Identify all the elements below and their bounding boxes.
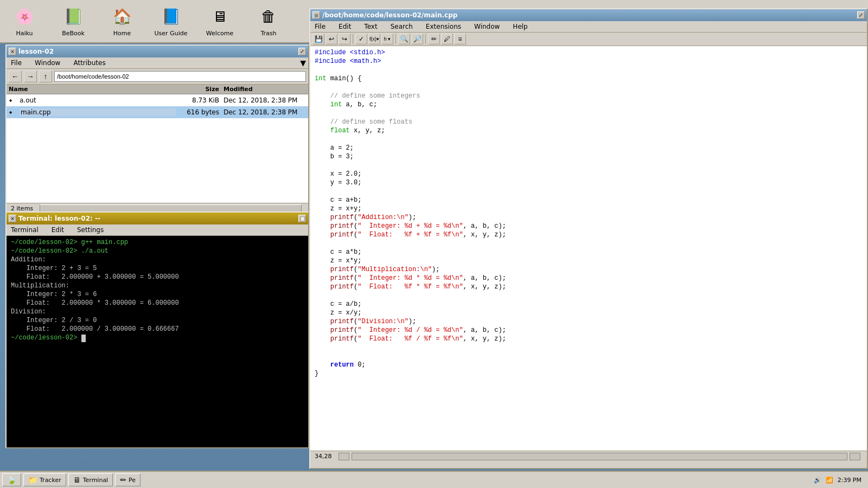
zoom-button[interactable]: ⤢ xyxy=(298,48,306,55)
code-editor-window: ◼ /boot/home/code/lesson-02/main.cpp ⤢ F… xyxy=(309,8,868,469)
terminal-title: Terminal: lesson-02: -- xyxy=(18,215,100,222)
code-line-17: c = a+b; xyxy=(315,196,863,204)
desktop-icon-trash[interactable]: 🗑 Trash xyxy=(250,6,288,37)
toolbar-h[interactable]: h ▾ xyxy=(381,34,393,44)
tracker-icon: 📁 xyxy=(28,476,37,484)
editor-position: 34,28 xyxy=(315,453,332,460)
code-line-37: } xyxy=(315,369,863,378)
file-row-maincpp[interactable]: ⬥ main.cpp 616 bytes Dec 12, 2018, 2:38 … xyxy=(7,106,308,118)
terminal-line-0: ~/code/lesson-02> g++ main.cpp xyxy=(11,238,304,247)
code-line-22 xyxy=(315,239,863,248)
code-line-19: printf("Addition:\n"); xyxy=(315,213,863,222)
terminal-line-10: Float: 2.000000 / 3.000000 = 0.666667 xyxy=(11,325,304,333)
taskbar-leaf[interactable]: 🍃 xyxy=(2,473,21,486)
tracker-label: Tracker xyxy=(40,477,61,484)
taskbar-terminal[interactable]: 🖥 Terminal xyxy=(68,473,113,486)
toolbar-searchmore[interactable]: 🔎 xyxy=(411,34,423,44)
code-line-28 xyxy=(315,291,863,300)
close-button[interactable]: × xyxy=(9,48,16,55)
toolbar-func[interactable]: f(x)▾ xyxy=(368,34,380,44)
menu-editor-window[interactable]: Window xyxy=(472,22,502,31)
toolbar-edit2[interactable]: 🖊 xyxy=(441,34,453,44)
desktop-icon-bebook[interactable]: 📗 BeBook xyxy=(54,6,92,37)
menu-edit[interactable]: Edit xyxy=(49,226,66,234)
code-line-11: a = 2; xyxy=(315,144,863,152)
column-modified[interactable]: Modified xyxy=(219,86,306,93)
code-line-31: printf("Division:\n"); xyxy=(315,317,863,326)
file-count: 2 items xyxy=(11,205,33,212)
code-line-27: printf(" Float: %f * %f = %f\n", x, y, z… xyxy=(315,282,863,291)
terminal-close-button[interactable]: × xyxy=(9,215,16,222)
code-line-24: z = x*y; xyxy=(315,256,863,265)
pe-icon: ✏ xyxy=(120,476,126,484)
menu-editor-extensions[interactable]: Extensions xyxy=(424,22,463,31)
code-line-13 xyxy=(315,161,863,170)
path-input[interactable]: /boot/home/code/lesson-02 xyxy=(54,71,306,82)
code-line-34 xyxy=(315,343,863,352)
file-row-aout[interactable]: ⬥ a.out 8.73 KiB Dec 12, 2018, 2:38 PM xyxy=(7,94,308,106)
column-size[interactable]: Size xyxy=(176,86,219,93)
up-button[interactable]: ↑ xyxy=(39,70,52,82)
menu-attributes[interactable]: Attributes xyxy=(71,59,107,67)
menu-editor-search[interactable]: Search xyxy=(388,22,415,31)
code-line-8: // define some floats xyxy=(315,118,863,126)
code-line-12: b = 3; xyxy=(315,152,863,161)
toolbar-edit1[interactable]: ✏ xyxy=(428,34,440,44)
terminal-cursor xyxy=(81,335,86,342)
file-manager-toolbar: ← → ↑ /boot/home/code/lesson-02 xyxy=(7,69,308,85)
desktop-icon-home[interactable]: 🏠 Home xyxy=(103,6,141,37)
menu-file[interactable]: File xyxy=(9,59,24,67)
toolbar-new[interactable]: 💾 xyxy=(312,34,324,44)
toolbar-check[interactable]: ✓ xyxy=(355,34,367,44)
code-line-25: printf("Multiplication:\n"); xyxy=(315,265,863,274)
code-line-30: z = x/y; xyxy=(315,309,863,317)
toolbar-save[interactable]: ↪ xyxy=(339,34,350,44)
forward-button[interactable]: → xyxy=(24,70,37,82)
code-line-21: printf(" Float: %f + %f = %f\n", x, y, z… xyxy=(315,230,863,239)
taskbar-tracker[interactable]: 📁 Tracker xyxy=(23,473,66,486)
toolbar-search[interactable]: 🔍 xyxy=(398,34,410,44)
file-list: ⬥ a.out 8.73 KiB Dec 12, 2018, 2:38 PM ⬥… xyxy=(7,94,308,203)
file-list-header: Name Size Modified xyxy=(7,85,308,94)
column-name[interactable]: Name xyxy=(9,86,176,93)
terminal-content[interactable]: ~/code/lesson-02> g++ main.cpp ~/code/le… xyxy=(7,236,308,447)
file-name-aout: a.out xyxy=(20,97,176,104)
code-line-1: #include <math.h> xyxy=(315,57,863,66)
menu-editor-help[interactable]: Help xyxy=(510,22,529,31)
desktop: 🌸 Haiku 📗 BeBook 🏠 Home 📘 User Guide 🖥 W… xyxy=(0,0,868,488)
code-line-35 xyxy=(315,352,863,361)
terminal-line-8: Division: xyxy=(11,307,304,316)
menu-editor-edit[interactable]: Edit xyxy=(336,22,353,31)
file-manager-menubar: File Window Attributes ▼ xyxy=(7,57,308,69)
menu-settings[interactable]: Settings xyxy=(75,226,106,234)
menu-editor-text[interactable]: Text xyxy=(362,22,379,31)
taskbar-bottom: 🍃 📁 Tracker 🖥 Terminal ✏ Pe 🔊 📶 2:39 PM xyxy=(0,471,868,488)
tray-icon-2: 📶 xyxy=(826,477,833,484)
toolbar-align[interactable]: ≡ xyxy=(454,34,466,44)
code-line-29: c = a/b; xyxy=(315,300,863,309)
pe-label: Pe xyxy=(129,477,136,484)
desktop-icon-haiku[interactable]: 🌸 Haiku xyxy=(5,6,43,37)
code-area[interactable]: #include <stdio.h> #include <math.h> int… xyxy=(310,46,867,451)
toolbar-sep-3 xyxy=(425,34,426,44)
code-line-15: y = 3.0; xyxy=(315,178,863,187)
menu-terminal[interactable]: Terminal xyxy=(9,226,41,234)
code-line-23: c = a*b; xyxy=(315,248,863,256)
leaf-icon: 🍃 xyxy=(7,476,16,484)
terminal-line-6: Integer: 2 * 3 = 6 xyxy=(11,290,304,299)
editor-statusbar: 34,28 xyxy=(310,451,867,461)
taskbar-pe[interactable]: ✏ Pe xyxy=(115,473,141,486)
terminal-zoom-button[interactable]: 📋 xyxy=(298,215,306,222)
editor-close-button[interactable]: ◼ xyxy=(312,11,320,19)
haiku-label: Haiku xyxy=(16,30,33,37)
terminal-line-4: Float: 2.000000 + 3.000000 = 5.000000 xyxy=(11,273,304,281)
back-button[interactable]: ← xyxy=(9,70,22,82)
toolbar-open[interactable]: ↩ xyxy=(326,34,337,44)
editor-zoom-button[interactable]: ⤢ xyxy=(857,11,865,19)
menu-window[interactable]: Window xyxy=(33,59,62,67)
desktop-icon-welcome[interactable]: 🖥 Welcome xyxy=(201,6,239,37)
menu-editor-file[interactable]: File xyxy=(312,22,328,31)
desktop-icon-userguide[interactable]: 📘 User Guide xyxy=(152,6,190,37)
terminal-titlebar: × Terminal: lesson-02: -- 📋 xyxy=(7,213,308,224)
collapse-button[interactable]: ▼ xyxy=(300,59,306,67)
